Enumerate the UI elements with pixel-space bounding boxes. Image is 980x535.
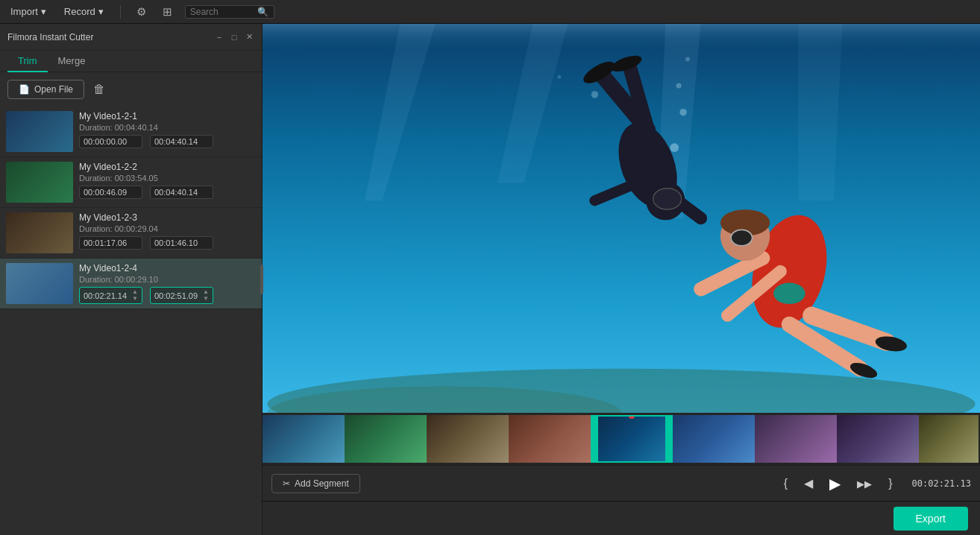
list-item[interactable]: My Video1-2-1 Duration: 00:04:40.14 00:0… <box>0 107 262 157</box>
trim-handle-left[interactable] <box>592 417 598 461</box>
topbar: Import ▾ Record ▾ ⚙ ⊞ 🔍 <box>0 0 980 24</box>
timeline-frame[interactable] <box>509 415 591 463</box>
add-segment-button[interactable]: ✂ Add Segment <box>271 474 360 493</box>
spinner-up-icon[interactable]: ▲ <box>203 289 209 295</box>
search-icon: 🔍 <box>257 7 268 17</box>
thumbnail <box>6 263 73 304</box>
timeline-frame[interactable] <box>755 415 837 463</box>
left-panel: Filmora Instant Cutter − □ ✕ Trim Merge … <box>0 24 263 535</box>
play-icon: ▶ <box>829 475 841 492</box>
spinner-down-icon[interactable]: ▼ <box>203 296 209 302</box>
end-time[interactable]: 00:01:46.10 <box>150 236 213 250</box>
open-file-label: Open File <box>34 84 73 95</box>
bottom-bar: Export <box>263 501 980 535</box>
file-times: 00:00:46.09 00:04:40.14 <box>79 186 256 199</box>
step-forward-icon: ▶▶ <box>857 478 872 490</box>
timeline-selected-frame[interactable] <box>591 415 673 463</box>
search-box: 🔍 <box>185 5 274 19</box>
end-time[interactable]: 00:04:40.14 <box>150 186 213 199</box>
file-duration: Duration: 00:00:29.10 <box>79 275 256 284</box>
svg-point-16 <box>653 189 682 209</box>
close-button[interactable]: ✕ <box>244 32 254 42</box>
file-times: 00:01:17.06 00:01:46.10 <box>79 236 256 250</box>
svg-rect-31 <box>263 24 980 51</box>
grid-icon[interactable]: ⊞ <box>159 4 176 20</box>
timeline-frame[interactable] <box>345 415 427 463</box>
underwater-scene <box>263 24 980 413</box>
spinner-up-icon[interactable]: ▲ <box>132 289 138 295</box>
resize-dots <box>260 265 263 294</box>
cutter-title: Filmora Instant Cutter <box>7 32 93 42</box>
svg-point-35 <box>685 57 690 61</box>
open-file-button[interactable]: 📄 Open File <box>7 80 84 99</box>
delete-button[interactable]: 🗑 <box>90 80 108 99</box>
list-item[interactable]: My Video1-2-2 Duration: 00:03:54.05 00:0… <box>0 157 262 208</box>
svg-rect-0 <box>263 24 980 413</box>
tab-merge[interactable]: Merge <box>48 51 96 72</box>
import-chevron-icon: ▾ <box>41 6 46 17</box>
record-button[interactable]: Record ▾ <box>60 4 108 19</box>
start-time[interactable]: 00:00:46.09 <box>79 186 142 199</box>
right-panel: ✂ Add Segment { ◀ ▶ ▶▶ } 00:02:21.13 Exp… <box>263 24 980 535</box>
end-time-active[interactable]: 00:02:51.09 ▲ ▼ <box>150 287 213 304</box>
file-times: 00:00:00.00 00:04:40.14 <box>79 135 256 148</box>
step-back-button[interactable]: ◀ <box>800 473 817 493</box>
restore-button[interactable]: □ <box>229 32 239 42</box>
timeline-frame[interactable] <box>673 415 755 463</box>
import-label: Import <box>10 6 38 17</box>
file-info: My Video1-2-4 Duration: 00:00:29.10 00:0… <box>79 263 256 304</box>
trim-handle-right[interactable] <box>665 417 671 461</box>
start-time-active[interactable]: 00:02:21.14 ▲ ▼ <box>79 287 142 304</box>
list-item[interactable]: My Video1-2-4 Duration: 00:00:29.10 00:0… <box>0 259 262 309</box>
timeline-strip <box>263 413 980 465</box>
minimize-button[interactable]: − <box>214 32 224 42</box>
add-segment-label: Add Segment <box>295 478 349 489</box>
svg-point-33 <box>679 109 686 115</box>
svg-point-7 <box>558 75 562 79</box>
playhead-dot <box>629 415 635 419</box>
svg-point-28 <box>773 283 805 304</box>
step-forward-button[interactable]: ▶▶ <box>852 474 876 493</box>
thumbnail <box>6 162 73 203</box>
folder-icon: 📄 <box>19 84 30 95</box>
file-name: My Video1-2-2 <box>79 162 256 172</box>
svg-point-34 <box>676 83 682 88</box>
spinner-down-icon[interactable]: ▼ <box>132 296 138 302</box>
play-button[interactable]: ▶ <box>825 472 845 496</box>
svg-point-32 <box>670 143 679 152</box>
file-name: My Video1-2-3 <box>79 212 256 223</box>
bracket-left-button[interactable]: { <box>779 474 792 493</box>
thumbnail <box>6 111 73 152</box>
search-input[interactable] <box>190 7 257 17</box>
list-item[interactable]: My Video1-2-3 Duration: 00:00:29.04 00:0… <box>0 208 262 259</box>
controls-bar: ✂ Add Segment { ◀ ▶ ▶▶ } 00:02:21.13 <box>263 465 980 501</box>
record-chevron-icon: ▾ <box>98 6 104 17</box>
file-duration: Duration: 00:03:54.05 <box>79 174 256 183</box>
svg-point-5 <box>591 91 598 98</box>
end-time[interactable]: 00:04:40.14 <box>150 135 213 148</box>
timeline-frame[interactable] <box>427 415 509 463</box>
cutter-titlebar: Filmora Instant Cutter − □ ✕ <box>0 24 262 51</box>
start-time[interactable]: 00:01:17.06 <box>79 236 142 250</box>
start-time[interactable]: 00:00:00.00 <box>79 135 142 148</box>
scissors-icon: ✂ <box>283 478 290 489</box>
file-info: My Video1-2-2 Duration: 00:03:54.05 00:0… <box>79 162 256 199</box>
import-button[interactable]: Import ▾ <box>6 4 51 19</box>
timecode-display: 00:02:21.13 <box>912 478 971 489</box>
export-button[interactable]: Export <box>893 507 968 531</box>
filter-icon[interactable]: ⚙ <box>133 4 150 20</box>
file-info: My Video1-2-1 Duration: 00:04:40.14 00:0… <box>79 111 256 148</box>
timeline-frame[interactable] <box>919 415 979 463</box>
file-times: 00:02:21.14 ▲ ▼ 00:02:51.09 <box>79 287 256 304</box>
file-duration: Duration: 00:00:29.04 <box>79 224 256 233</box>
file-name: My Video1-2-4 <box>79 263 256 273</box>
timeline-frame[interactable] <box>263 415 345 463</box>
file-list: My Video1-2-1 Duration: 00:04:40.14 00:0… <box>0 107 262 535</box>
resize-handle[interactable] <box>259 24 265 535</box>
timeline-frame[interactable] <box>837 415 919 463</box>
bracket-right-button[interactable]: } <box>884 474 896 493</box>
tab-trim[interactable]: Trim <box>7 51 48 72</box>
topbar-divider <box>120 5 121 19</box>
step-back-icon: ◀ <box>804 477 813 490</box>
thumbnail <box>6 212 73 253</box>
